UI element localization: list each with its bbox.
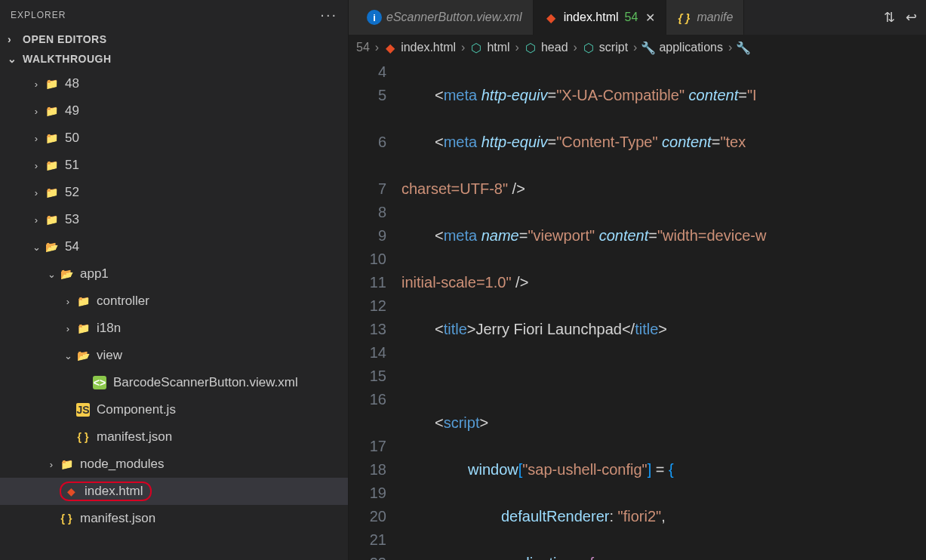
controller-folder-icon: 📁	[76, 294, 90, 308]
file-manifest-json[interactable]: { }manifest.json	[0, 423, 348, 451]
folder-icon: 📁	[45, 104, 58, 118]
html-file-icon: ◆	[64, 485, 78, 498]
chevron-right-icon: ›	[62, 323, 74, 334]
folder-49[interactable]: ›📁49	[0, 97, 348, 125]
folder-icon: 📁	[45, 131, 58, 145]
folder-open-icon: 📂	[45, 240, 58, 254]
tab-actions: ⇅ ↩	[884, 9, 926, 26]
chevron-right-icon: ›	[30, 160, 42, 171]
js-file-icon: JS	[76, 403, 90, 417]
file-manifest-json-2[interactable]: { }manifest.json	[0, 505, 348, 532]
folder-48[interactable]: ›📁48	[0, 70, 348, 97]
info-icon: i	[367, 10, 382, 25]
folder-icon: 📁	[45, 186, 58, 199]
folder-app1[interactable]: ⌄📂app1	[0, 260, 348, 288]
folder-52[interactable]: ›📁52	[0, 179, 348, 206]
folder-node-modules[interactable]: ›📁node_modules	[0, 451, 348, 478]
chevron-down-icon: ⌄	[30, 242, 42, 253]
chevron-right-icon: ›	[30, 133, 42, 144]
json-file-icon: { }	[677, 11, 691, 24]
breadcrumb[interactable]: 54› ◆index.html› ⬡html› ⬡head› ⬡script› …	[349, 35, 926, 60]
open-editors-label: OPEN EDITORS	[23, 33, 107, 45]
html-file-icon: ◆	[544, 11, 558, 25]
wrench-icon: 🔧	[737, 42, 749, 54]
view-folder-icon: 📂	[76, 349, 90, 362]
code-content[interactable]: <meta http-equiv="X-UA-Compatible" conte…	[401, 60, 926, 560]
highlight-ring: ◆ index.html	[60, 482, 152, 501]
tab-index-html[interactable]: ◆ index.html 54 ✕	[534, 0, 667, 35]
chevron-right-icon: ›	[8, 33, 20, 45]
i18n-folder-icon: 📁	[76, 322, 90, 335]
walkthrough-section[interactable]: ⌄ WALKTHROUGH	[0, 49, 348, 69]
folder-i18n[interactable]: ›📁i18n	[0, 315, 348, 342]
sidebar-header: EXPLORER ···	[0, 0, 348, 29]
tab-scanner-xml[interactable]: i eScannerButton.view.xml	[349, 0, 534, 35]
chevron-right-icon: ›	[62, 296, 74, 307]
wrench-icon: 🔧	[642, 42, 654, 54]
folder-view[interactable]: ⌄📂view	[0, 342, 348, 369]
sidebar: EXPLORER ··· › OPEN EDITORS ⌄ WALKTHROUG…	[0, 0, 349, 560]
open-editors-section[interactable]: › OPEN EDITORS	[0, 29, 348, 49]
html-file-icon: ◆	[384, 42, 396, 54]
chevron-right-icon: ›	[30, 214, 42, 226]
folder-open-icon: 📂	[60, 267, 73, 281]
file-index-html[interactable]: ◆ index.html	[0, 478, 348, 505]
xml-file-icon: <>	[93, 376, 106, 389]
tab-manifest[interactable]: { } manife	[666, 0, 744, 35]
compare-icon[interactable]: ⇅	[884, 9, 895, 26]
folder-53[interactable]: ›📁53	[0, 206, 348, 233]
tag-icon: ⬡	[525, 42, 537, 54]
back-icon[interactable]: ↩	[906, 9, 917, 26]
folder-icon: 📁	[45, 77, 58, 91]
node-folder-icon: 📁	[60, 457, 73, 471]
editor-area: i eScannerButton.view.xml ◆ index.html 5…	[349, 0, 926, 560]
chevron-down-icon: ⌄	[45, 269, 57, 280]
file-barcode-xml[interactable]: <>BarcodeScannerButton.view.xml	[0, 369, 348, 396]
file-tree: ›📁48 ›📁49 ›📁50 ›📁51 ›📁52 ›📁53 ⌄📂54 ⌄📂app…	[0, 69, 348, 560]
close-icon[interactable]: ✕	[645, 11, 655, 25]
folder-icon: 📁	[45, 158, 58, 172]
explorer-title: EXPLORER	[11, 10, 66, 20]
json-file-icon: { }	[76, 430, 90, 444]
chevron-down-icon: ⌄	[8, 53, 20, 65]
chevron-right-icon: ›	[30, 106, 42, 117]
tag-icon: ⬡	[583, 42, 595, 54]
folder-controller[interactable]: ›📁controller	[0, 288, 348, 315]
chevron-right-icon: ›	[45, 459, 57, 470]
file-component-js[interactable]: JSComponent.js	[0, 396, 348, 423]
line-gutter: 45 6 78910111213141516 171819202122	[349, 60, 401, 560]
folder-50[interactable]: ›📁50	[0, 125, 348, 152]
json-file-icon: { }	[60, 512, 73, 525]
code-editor[interactable]: 45 6 78910111213141516 171819202122 <met…	[349, 60, 926, 560]
chevron-right-icon: ›	[30, 78, 42, 90]
walkthrough-label: WALKTHROUGH	[23, 53, 112, 65]
folder-54[interactable]: ⌄📂54	[0, 233, 348, 260]
chevron-down-icon: ⌄	[62, 350, 74, 362]
chevron-right-icon: ›	[30, 187, 42, 198]
folder-51[interactable]: ›📁51	[0, 152, 348, 179]
tag-icon: ⬡	[470, 42, 482, 54]
tab-folder-badge: 54	[625, 11, 638, 24]
tab-bar: i eScannerButton.view.xml ◆ index.html 5…	[349, 0, 926, 35]
explorer-more-icon[interactable]: ···	[320, 6, 337, 23]
folder-icon: 📁	[45, 213, 58, 226]
